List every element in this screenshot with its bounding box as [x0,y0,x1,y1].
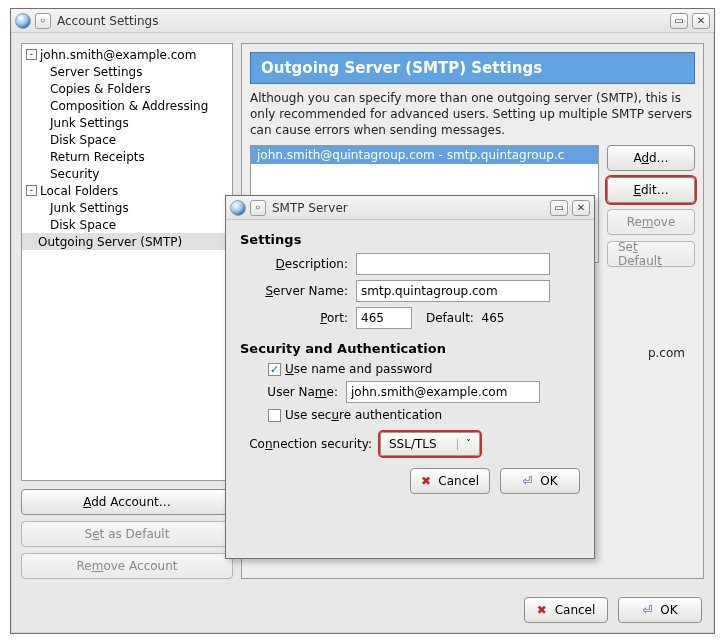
smtp-server-dialog: ◦ SMTP Server ▭ ✕ Settings Description: … [225,195,595,559]
secure-auth-checkbox[interactable] [268,409,281,422]
smtp-add-button[interactable]: Add… [607,145,695,171]
security-heading: Security and Authentication [240,341,580,356]
secure-auth-label: Use secure authentication [285,408,442,422]
username-label: User Name: [240,385,346,399]
titlebar[interactable]: ◦ Account Settings ▭ ✕ [11,9,714,33]
content-header: Outgoing Server (SMTP) Settings [250,52,695,84]
window-title: Account Settings [55,14,666,28]
cancel-icon: ✖ [537,603,551,617]
conn-security-combo[interactable]: SSL/TLS ˇ [380,432,480,456]
remove-account-button: Remove Account [21,553,233,579]
dialog-ok-button[interactable]: ⏎ OK [500,468,580,494]
server-name-label: Server Name: [240,284,356,298]
detail-fragment: p.com [648,346,685,360]
dialog-title: SMTP Server [270,201,546,215]
tree-item[interactable]: Return Receipts [22,148,232,165]
maximize-icon[interactable]: ▭ [670,13,688,29]
account-tree[interactable]: - john.smith@example.com Server Settings… [21,43,233,481]
username-input[interactable] [346,381,540,403]
chevron-down-icon[interactable]: ˇ [457,439,479,450]
collapse-icon[interactable]: - [26,49,37,60]
main-ok-button[interactable]: ⏎ OK [618,597,702,623]
tree-item[interactable]: Disk Space [22,131,232,148]
sidebar: - john.smith@example.com Server Settings… [21,43,233,579]
smtp-list-row[interactable]: john.smith@quintagroup.com - smtp.quinta… [251,146,598,164]
tree-item[interactable]: Junk Settings [22,114,232,131]
app-icon [15,13,31,29]
app-icon [230,200,246,216]
smtp-edit-button[interactable]: Edit… [607,177,695,203]
pin-icon[interactable]: ◦ [35,13,51,29]
ok-icon: ⏎ [642,603,656,617]
dialog-cancel-button[interactable]: ✖ Cancel [410,468,490,494]
tree-item[interactable]: Copies & Folders [22,80,232,97]
close-icon[interactable]: ✕ [692,13,710,29]
tree-account1[interactable]: - john.smith@example.com [22,46,232,63]
tree-smtp[interactable]: Outgoing Server (SMTP) [22,233,232,250]
tree-item[interactable]: Composition & Addressing [22,97,232,114]
tree-label: john.smith@example.com [40,48,196,62]
cancel-icon: ✖ [421,474,434,488]
conn-security-label: Connection security: [240,437,380,451]
set-default-account-button: Set as Default [21,521,233,547]
content-description: Although you can specify more than one o… [250,90,695,139]
server-name-input[interactable] [356,280,550,302]
tree-item[interactable]: Security [22,165,232,182]
collapse-icon[interactable]: - [26,185,37,196]
tree-label: Outgoing Server (SMTP) [38,235,182,249]
description-label: Description: [240,257,356,271]
tree-item[interactable]: Junk Settings [22,199,232,216]
default-port-label: Default: 465 [426,311,504,325]
smtp-set-default-button: Set Default [607,241,695,267]
add-account-button[interactable]: Add Account… [21,489,233,515]
use-namepass-label: Use name and password [285,362,432,376]
port-label: Port: [240,311,356,325]
smtp-remove-button: Remove [607,209,695,235]
use-namepass-checkbox[interactable]: ✓ [268,363,281,376]
port-input[interactable] [356,307,412,329]
tree-item[interactable]: Disk Space [22,216,232,233]
main-cancel-button[interactable]: ✖ Cancel [524,597,608,623]
tree-label: Local Folders [40,184,118,198]
dialog-titlebar[interactable]: ◦ SMTP Server ▭ ✕ [226,196,594,220]
close-icon[interactable]: ✕ [572,200,590,216]
tree-item[interactable]: Server Settings [22,63,232,80]
settings-heading: Settings [240,232,580,247]
tree-account2[interactable]: - Local Folders [22,182,232,199]
pin-icon[interactable]: ◦ [250,200,266,216]
ok-icon: ⏎ [522,474,536,488]
description-input[interactable] [356,253,550,275]
maximize-icon[interactable]: ▭ [550,200,568,216]
